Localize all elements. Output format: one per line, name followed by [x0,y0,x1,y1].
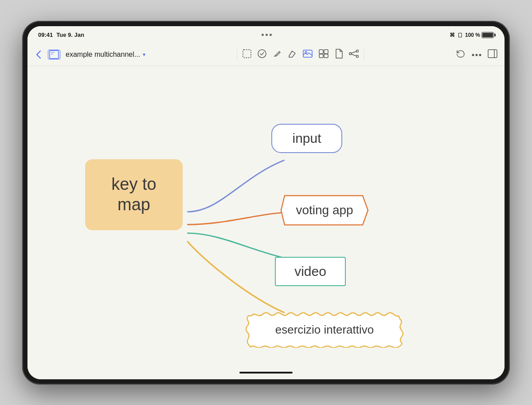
svg-rect-0 [50,51,59,59]
svg-point-16 [479,54,481,56]
voting-node-label: voting app [296,203,353,217]
esercizio-node-label: esercizio interattivo [275,323,374,337]
svg-rect-7 [319,50,323,54]
eraser-tool[interactable] [288,49,297,60]
selection-tool[interactable] [243,49,251,60]
battery-box [481,32,494,38]
doc-icon [48,50,60,59]
svg-rect-2 [51,54,53,55]
status-bar: 09:41 Tue 9. Jan ⌘ ⎕ 100 % [27,26,505,44]
pen-tool[interactable] [273,49,282,60]
toolbar-title-area: example multichannel... ▾ [66,51,145,59]
dropdown-arrow[interactable]: ▾ [143,51,145,58]
canvas-area[interactable]: key to map input voting app video [27,66,505,366]
svg-rect-3 [243,50,251,58]
undo-button[interactable] [456,49,466,60]
date: Tue 9. Jan [56,31,84,38]
center-node-text: key to map [111,174,156,215]
status-left: 09:41 Tue 9. Jan [38,31,84,38]
more-options-button[interactable] [472,51,481,59]
doc-title: example multichannel... [66,51,140,59]
home-bar [27,366,505,379]
svg-point-12 [356,50,359,52]
toolbar-right [456,49,497,60]
center-node[interactable]: key to map [85,159,183,230]
back-button[interactable] [35,49,43,60]
svg-rect-9 [319,54,323,58]
dot2 [266,34,268,36]
status-right: ⌘ ⎕ 100 % [450,32,494,38]
esercizio-node[interactable]: esercizio interattivo [245,312,404,348]
battery-percent: 100 % [465,32,480,38]
svg-point-4 [258,50,266,58]
device-screen: 09:41 Tue 9. Jan ⌘ ⎕ 100 % [27,26,505,379]
svg-point-13 [356,55,359,58]
wifi-icon: ⌘ [450,32,455,38]
input-node-label: input [292,131,321,146]
svg-rect-17 [488,50,497,58]
svg-rect-8 [324,50,328,54]
battery-fill [482,33,493,37]
image-tool[interactable] [303,49,313,60]
device-frame: 09:41 Tue 9. Jan ⌘ ⎕ 100 % [22,21,510,385]
svg-point-15 [476,54,478,56]
svg-point-14 [472,54,474,56]
time: 09:41 [38,31,53,38]
dot3 [270,34,272,36]
svg-point-11 [349,53,352,55]
video-node[interactable]: video [275,257,346,286]
doc-tool[interactable] [335,49,343,60]
home-bar-indicator [239,372,293,374]
voting-node[interactable]: voting app [280,195,369,226]
status-center [262,34,272,36]
battery: 100 % [465,32,494,38]
svg-rect-1 [51,52,55,53]
separator-2 [364,49,364,60]
layout-tool[interactable] [319,49,329,60]
svg-rect-10 [324,54,328,58]
check-tool[interactable] [258,49,266,60]
toolbar: example multichannel... ▾ [27,44,505,66]
separator-1 [237,49,237,60]
share-tool[interactable] [349,49,359,60]
input-node[interactable]: input [271,124,342,153]
panel-toggle-button[interactable] [488,49,497,60]
dot1 [262,34,264,36]
toolbar-tools [243,49,359,60]
video-node-label: video [294,264,326,279]
signal-icon: ⎕ [458,32,462,38]
